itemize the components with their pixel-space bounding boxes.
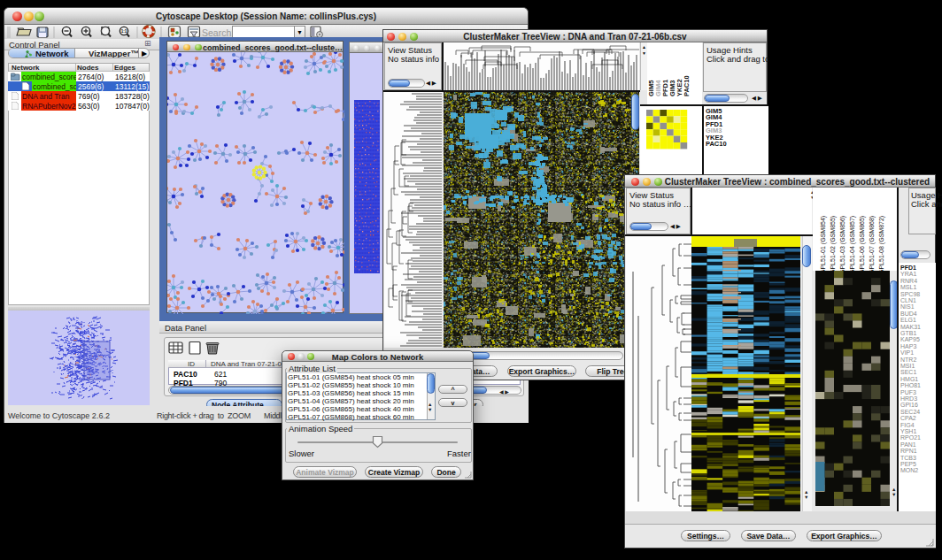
svg-text:1:1: 1:1 <box>121 29 127 34</box>
